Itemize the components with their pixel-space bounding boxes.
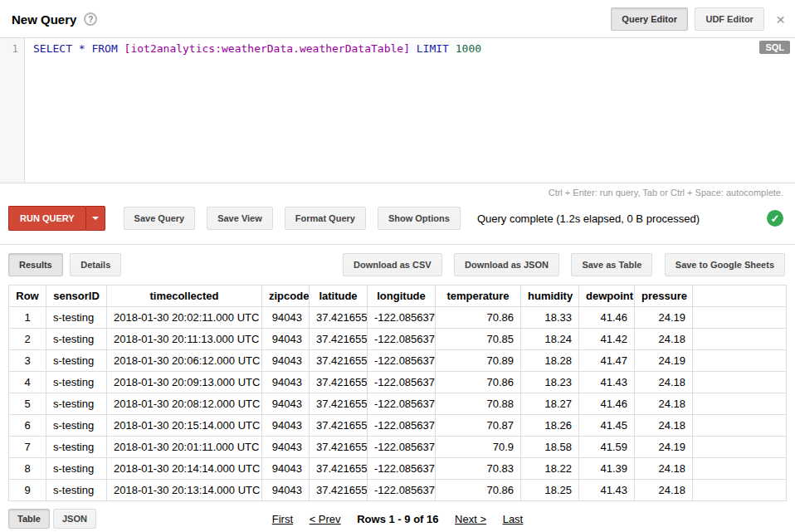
- cell-zipcode: 94043: [262, 329, 310, 350]
- download-json-button[interactable]: Download as JSON: [454, 253, 559, 276]
- header-row: Row sensorID timecollected zipcode latit…: [9, 286, 787, 307]
- cell-sensor-id: s-testing: [46, 372, 107, 393]
- cell-timecollected: 2018-01-30 20:15:14.000 UTC: [107, 415, 262, 437]
- help-icon[interactable]: ?: [84, 12, 97, 26]
- tab-details[interactable]: Details: [70, 253, 121, 276]
- cell-temperature: 70.86: [436, 307, 521, 329]
- cell-zipcode: 94043: [262, 415, 310, 437]
- cell-timecollected: 2018-01-30 20:08:12.000 UTC: [107, 393, 262, 415]
- cell-pressure: 24.19: [635, 307, 693, 329]
- cell-empty: [693, 437, 787, 458]
- table-row: 9 s-testing 2018-01-30 20:13:14.000 UTC …: [9, 480, 787, 501]
- cell-latitude: 37.421655: [310, 437, 368, 458]
- cell-longitude: -122.085637: [368, 415, 436, 437]
- line-number-gutter: 1: [0, 38, 25, 183]
- table-row: 3 s-testing 2018-01-30 20:06:12.000 UTC …: [9, 350, 787, 372]
- cell-sensor-id: s-testing: [46, 415, 107, 437]
- run-query-dropdown[interactable]: [85, 206, 105, 231]
- header-sensor-id: sensorID: [46, 286, 107, 307]
- cell-latitude: 37.421655: [310, 350, 368, 372]
- chevron-down-icon: [92, 217, 99, 220]
- cell-row-number: 3: [9, 350, 46, 372]
- close-icon[interactable]: ×: [776, 12, 785, 27]
- cell-row-number: 4: [9, 372, 46, 393]
- cell-humidity: 18.23: [521, 372, 579, 393]
- run-query-button[interactable]: RUN QUERY: [8, 206, 85, 231]
- cell-timecollected: 2018-01-30 20:09:13.000 UTC: [107, 372, 262, 393]
- cell-latitude: 37.421655: [310, 329, 368, 350]
- cell-empty: [693, 307, 787, 329]
- header-pressure: pressure: [635, 286, 693, 307]
- query-editor-tab[interactable]: Query Editor: [611, 7, 688, 31]
- cell-pressure: 24.19: [635, 437, 693, 458]
- pagination-range-label: Rows 1 - 9 of 16: [357, 513, 438, 525]
- results-footer: Table JSON First < Prev Rows 1 - 9 of 16…: [0, 501, 795, 532]
- cell-empty: [693, 458, 787, 480]
- pagination: First < Prev Rows 1 - 9 of 16 Next > Las…: [266, 513, 529, 525]
- save-to-sheets-button[interactable]: Save to Google Sheets: [665, 253, 785, 276]
- cell-latitude: 37.421655: [310, 372, 368, 393]
- header-row-number: Row: [9, 286, 46, 307]
- show-options-button[interactable]: Show Options: [378, 207, 461, 230]
- cell-pressure: 24.18: [635, 458, 693, 480]
- cell-dewpoint: 41.45: [579, 415, 635, 437]
- cell-longitude: -122.085637: [368, 329, 436, 350]
- sql-keyword-select: SELECT: [33, 42, 72, 55]
- cell-pressure: 24.18: [635, 480, 693, 501]
- cell-sensor-id: s-testing: [46, 307, 107, 329]
- cell-humidity: 18.26: [521, 415, 579, 437]
- cell-empty: [693, 329, 787, 350]
- save-view-button[interactable]: Save View: [207, 207, 273, 230]
- cell-latitude: 37.421655: [310, 415, 368, 437]
- cell-humidity: 18.22: [521, 458, 579, 480]
- format-query-button[interactable]: Format Query: [285, 207, 366, 230]
- line-number: 1: [12, 42, 18, 55]
- save-as-table-button[interactable]: Save as Table: [571, 253, 652, 276]
- cell-pressure: 24.18: [635, 393, 693, 415]
- cell-temperature: 70.89: [436, 350, 521, 372]
- table-row: 1 s-testing 2018-01-30 20:02:11.000 UTC …: [9, 307, 787, 329]
- cell-timecollected: 2018-01-30 20:02:11.000 UTC: [107, 307, 262, 329]
- cell-longitude: -122.085637: [368, 372, 436, 393]
- table-row: 6 s-testing 2018-01-30 20:15:14.000 UTC …: [9, 415, 787, 437]
- save-query-button[interactable]: Save Query: [124, 207, 196, 230]
- sql-star-token: *: [79, 42, 85, 55]
- table-row: 8 s-testing 2018-01-30 20:14:14.000 UTC …: [9, 458, 787, 480]
- query-editor-input[interactable]: SELECT * FROM [iot2analytics:weatherData…: [25, 38, 795, 183]
- download-csv-button[interactable]: Download as CSV: [343, 253, 442, 276]
- tab-results[interactable]: Results: [8, 253, 63, 276]
- run-query-button-group: RUN QUERY: [8, 206, 105, 231]
- query-editor: 1 SELECT * FROM [iot2analytics:weatherDa…: [0, 37, 795, 183]
- pagination-last-link[interactable]: Last: [503, 513, 524, 525]
- cell-dewpoint: 41.43: [579, 372, 635, 393]
- header-dewpoint: dewpoint: [579, 286, 635, 307]
- view-json-button[interactable]: JSON: [53, 509, 96, 529]
- header-humidity: humidity: [521, 286, 579, 307]
- cell-latitude: 37.421655: [310, 307, 368, 329]
- cell-row-number: 6: [9, 415, 46, 437]
- cell-temperature: 70.86: [436, 480, 521, 501]
- cell-pressure: 24.18: [635, 329, 693, 350]
- cell-temperature: 70.83: [436, 458, 521, 480]
- cell-humidity: 18.27: [521, 393, 579, 415]
- cell-pressure: 24.18: [635, 415, 693, 437]
- success-check-icon: ✓: [767, 210, 783, 227]
- cell-timecollected: 2018-01-30 20:13:14.000 UTC: [107, 480, 262, 501]
- pagination-next-link[interactable]: Next >: [455, 513, 486, 525]
- results-table-header: Row sensorID timecollected zipcode latit…: [9, 286, 787, 307]
- pagination-first-link[interactable]: First: [272, 513, 293, 525]
- cell-row-number: 5: [9, 393, 46, 415]
- cell-zipcode: 94043: [262, 350, 310, 372]
- header-temperature: temperature: [436, 286, 521, 307]
- header-zipcode: zipcode: [262, 286, 310, 307]
- view-table-button[interactable]: Table: [8, 509, 50, 529]
- cell-timecollected: 2018-01-30 20:01:11.000 UTC: [107, 437, 262, 458]
- cell-dewpoint: 41.59: [579, 437, 635, 458]
- udf-editor-tab[interactable]: UDF Editor: [695, 7, 763, 31]
- cell-temperature: 70.9: [436, 437, 521, 458]
- cell-timecollected: 2018-01-30 20:14:14.000 UTC: [107, 458, 262, 480]
- pagination-prev-link[interactable]: < Prev: [310, 513, 341, 525]
- query-status-text: Query complete (1.2s elapsed, 0 B proces…: [477, 212, 700, 225]
- cell-latitude: 37.421655: [310, 458, 368, 480]
- cell-latitude: 37.421655: [310, 480, 368, 501]
